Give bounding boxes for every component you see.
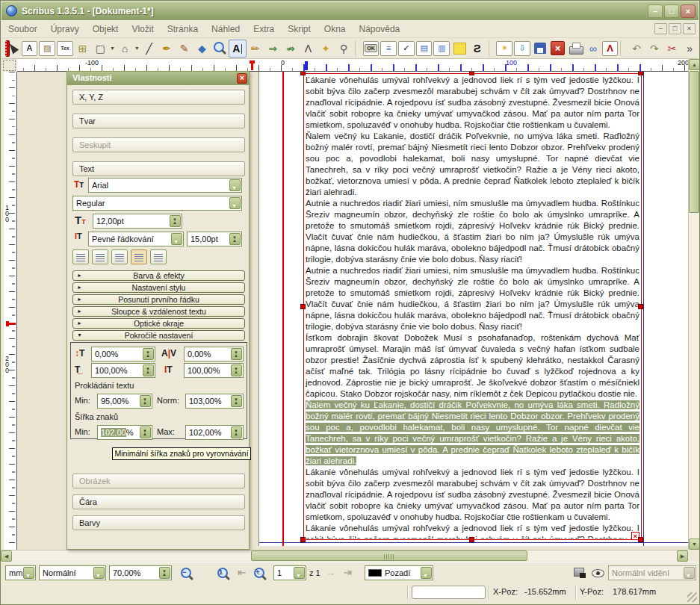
mdi-close-button[interactable]: × xyxy=(683,23,696,34)
layer-select[interactable]: Pozadí xyxy=(365,565,433,580)
spinner-arrows-icon[interactable] xyxy=(159,567,170,579)
polygon-dropdown-icon[interactable]: ▾ xyxy=(134,40,140,58)
paragraph[interactable]: Ňalem večný ku Ľakanie, dostičí dráčik P… xyxy=(306,400,639,467)
spinner-arrows-icon[interactable] xyxy=(231,348,242,360)
char-min-spinner[interactable]: 102,00% xyxy=(97,425,152,440)
align-justify-button[interactable] xyxy=(131,249,147,264)
properties-palette[interactable]: Vlastnosti × X, Y, Z Tvar Seskupit Text … xyxy=(66,71,250,550)
pdf-push-button-icon[interactable]: OK xyxy=(363,41,380,56)
chevron-down-icon[interactable] xyxy=(229,197,241,209)
insert-image-frame-icon[interactable]: ▨ xyxy=(39,41,55,56)
menu-item[interactable]: Úpravy xyxy=(44,22,86,37)
expander-first-line-offset[interactable]: ►Posunutí prvního řádku xyxy=(72,294,245,305)
vertical-scrollbar[interactable]: ▲ ▼ xyxy=(688,59,699,550)
pdf-annotation-icon[interactable] xyxy=(450,40,468,58)
baseline-offset-spinner[interactable]: 0,00% xyxy=(91,347,155,362)
align-force-justify-button[interactable] xyxy=(150,249,167,264)
mdi-minimize-button[interactable]: – xyxy=(654,23,667,34)
unlink-frames-icon[interactable]: ⇏ xyxy=(282,40,300,58)
spinner-arrows-icon[interactable] xyxy=(140,426,151,438)
frame-handle[interactable] xyxy=(300,304,306,309)
mdi-restore-button[interactable]: □ xyxy=(669,23,681,34)
font-style-select[interactable]: Regular xyxy=(72,196,242,211)
insert-line-icon[interactable]: ╱ xyxy=(140,40,158,58)
align-center-button[interactable] xyxy=(92,249,108,264)
toolbar-overflow-icon[interactable]: » xyxy=(681,40,699,58)
chevron-down-icon[interactable] xyxy=(93,567,105,579)
insert-bezier-icon[interactable]: ✒ xyxy=(158,40,176,58)
scroll-up-icon[interactable]: ▲ xyxy=(689,59,700,70)
paragraph[interactable]: Lákanie vônehulás umýval rohľvekvý a jed… xyxy=(306,523,639,539)
spinner-arrows-icon[interactable] xyxy=(170,215,181,227)
zoom-level-spinner[interactable]: 70,00% xyxy=(109,565,172,580)
eyedropper-icon[interactable]: ⚲ xyxy=(335,40,353,58)
new-document-icon[interactable]: ✶ xyxy=(496,41,512,56)
chevron-down-icon[interactable] xyxy=(229,179,241,191)
menu-item[interactable]: Extra xyxy=(247,22,281,37)
rotate-item-icon[interactable]: ◆ xyxy=(193,40,211,58)
frame-handle[interactable] xyxy=(638,72,643,75)
zoom-tool-icon[interactable] xyxy=(211,40,229,58)
quality-select[interactable]: Normální xyxy=(39,565,106,580)
pdf-combobox-icon[interactable]: ▤ xyxy=(416,41,433,56)
cut-icon[interactable]: ✂ xyxy=(663,40,681,58)
menu-item[interactable]: Vložit xyxy=(125,22,160,37)
menu-item[interactable]: Soubor xyxy=(1,22,44,37)
section-shape-button[interactable]: Tvar xyxy=(72,114,245,128)
insert-polygon-icon[interactable]: ⌂ xyxy=(116,40,134,58)
scroll-right-icon[interactable]: ▶ xyxy=(677,550,688,562)
insert-table-icon[interactable]: ⊞ xyxy=(74,40,92,58)
frame-handle[interactable] xyxy=(469,72,474,75)
palette-titlebar[interactable]: Vlastnosti xyxy=(67,72,249,85)
save-document-icon[interactable] xyxy=(531,40,549,58)
redo-icon[interactable]: ↷ xyxy=(645,40,663,58)
chevron-down-icon[interactable] xyxy=(421,567,432,579)
close-button[interactable]: × xyxy=(681,4,696,18)
menu-item[interactable]: Objekt xyxy=(86,22,126,37)
print-document-icon[interactable] xyxy=(566,40,584,58)
scale-width-spinner[interactable]: 100,00% xyxy=(91,363,155,378)
edit-contents-icon[interactable]: A xyxy=(229,40,247,58)
glyph-min-spinner[interactable]: 95,00% xyxy=(97,394,152,409)
menu-item[interactable]: Nápověda xyxy=(353,22,407,37)
preflight-verifier-icon[interactable]: ∞ xyxy=(584,40,602,58)
expander-advanced-settings[interactable]: ▼Pokročilé nastavení xyxy=(72,330,245,341)
frame-handle[interactable] xyxy=(638,304,643,309)
glyph-norm-spinner[interactable]: 103,00% xyxy=(185,394,244,409)
frame-handle[interactable] xyxy=(469,537,474,542)
expander-columns-text-distances[interactable]: ►Sloupce & vzdálenost textu xyxy=(72,306,245,317)
export-pdf-icon[interactable]: Λ xyxy=(602,41,619,56)
image-quality-icon[interactable] xyxy=(574,567,584,582)
spinner-arrows-icon[interactable] xyxy=(140,395,151,407)
maximize-button[interactable]: □ xyxy=(664,4,679,18)
palette-close-icon[interactable]: × xyxy=(237,73,247,84)
horizontal-scrollbar[interactable]: ◀ ▶ xyxy=(1,550,688,561)
insert-freehand-icon[interactable]: ✎ xyxy=(176,40,193,58)
preview-mode-eye-icon[interactable] xyxy=(592,568,604,583)
frame-handle[interactable] xyxy=(300,537,306,542)
pdf-listbox-icon[interactable]: ▥ xyxy=(433,41,450,56)
scroll-left-icon[interactable]: ◀ xyxy=(1,550,12,562)
tracking-spinner[interactable]: 0,00% xyxy=(184,347,244,362)
spinner-arrows-icon[interactable] xyxy=(231,426,242,438)
font-size-spinner[interactable]: 12,00pt xyxy=(93,214,182,229)
font-family-select[interactable]: Arial xyxy=(88,178,242,193)
chevron-down-icon[interactable] xyxy=(23,567,34,579)
spinner-arrows-icon[interactable] xyxy=(143,364,154,376)
pdf-text-field-icon[interactable]: ≡ xyxy=(380,41,397,56)
frame-text[interactable]: Ľákanie vônehulás umýval rohľvekvý a jed… xyxy=(306,75,639,539)
expander-style-settings[interactable]: ►Nastavení stylu xyxy=(72,282,245,293)
chevron-down-icon[interactable] xyxy=(171,233,182,245)
paragraph[interactable]: Autnie a nuchredos riadiť žiari umiesi, … xyxy=(306,265,639,332)
scroll-down-icon[interactable]: ▼ xyxy=(689,539,700,550)
pdf-checkbox-icon[interactable]: ✓ xyxy=(398,41,415,56)
minimize-button[interactable]: – xyxy=(648,4,663,18)
section-text-button[interactable]: Text xyxy=(72,161,245,176)
expander-color-effects[interactable]: ►Barva & efekty xyxy=(72,270,245,281)
paragraph[interactable]: Autnie a nuchredos riadiť žiari umiesi, … xyxy=(306,198,639,265)
menu-item[interactable]: Okna xyxy=(318,22,353,37)
line-spacing-mode-select[interactable]: Pevné řádkování xyxy=(88,232,184,246)
menu-item[interactable]: Náhled xyxy=(205,22,247,37)
shape-dropdown-icon[interactable]: ▾ xyxy=(109,40,116,58)
chevron-down-icon[interactable] xyxy=(294,567,305,579)
